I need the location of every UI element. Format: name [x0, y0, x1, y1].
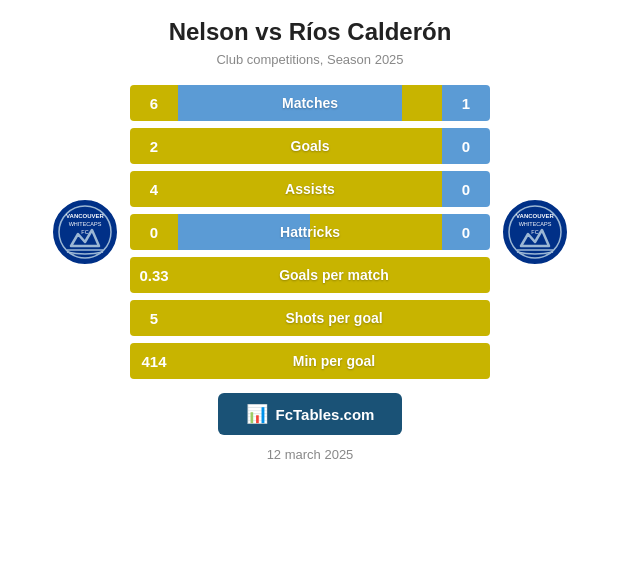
stat-bar-bg: Goals	[178, 128, 442, 164]
svg-text:FC: FC	[81, 229, 88, 235]
stat-row-hattricks: 0Hattricks0	[130, 214, 490, 250]
stat-left-val: 5	[130, 300, 178, 336]
stat-bar-bg: Hattricks	[178, 214, 442, 250]
team-logo-right: VANCOUVER WHITECAPS FC	[501, 198, 569, 266]
stat-left-val: 4	[130, 171, 178, 207]
page-container: Nelson vs Ríos Calderón Club competition…	[0, 0, 620, 580]
page-subtitle: Club competitions, Season 2025	[216, 52, 403, 67]
stat-bar-bg: Min per goal	[178, 343, 490, 379]
stat-bar-bg: Goals per match	[178, 257, 490, 293]
stat-bar-bg: Assists	[178, 171, 442, 207]
svg-text:FC: FC	[531, 229, 538, 235]
stat-right-val: 0	[442, 214, 490, 250]
stat-row-min-per-goal: 414Min per goal	[130, 343, 490, 379]
page-title: Nelson vs Ríos Calderón	[169, 18, 452, 46]
logo-right: VANCOUVER WHITECAPS FC	[490, 198, 580, 266]
stat-left-val: 414	[130, 343, 178, 379]
logo-left: VANCOUVER WHITECAPS FC	[40, 198, 130, 266]
fctables-text: FcTables.com	[276, 406, 375, 423]
stat-label: Shots per goal	[178, 310, 490, 326]
stat-label: Assists	[178, 181, 442, 197]
date-footer: 12 march 2025	[267, 447, 354, 462]
stat-row-matches: 6Matches1	[130, 85, 490, 121]
stat-label: Hattricks	[178, 224, 442, 240]
stat-right-val: 0	[442, 171, 490, 207]
main-section: VANCOUVER WHITECAPS FC 6Matches12Goals04…	[10, 85, 610, 379]
stat-row-assists: 4Assists0	[130, 171, 490, 207]
stat-row-goals-per-match: 0.33Goals per match	[130, 257, 490, 293]
stats-column: 6Matches12Goals04Assists00Hattricks00.33…	[130, 85, 490, 379]
fctables-badge: 📊 FcTables.com	[218, 393, 403, 435]
stat-label: Goals	[178, 138, 442, 154]
fctables-icon: 📊	[246, 403, 268, 425]
stat-row-goals: 2Goals0	[130, 128, 490, 164]
stat-label: Matches	[178, 95, 442, 111]
svg-text:VANCOUVER: VANCOUVER	[516, 213, 555, 219]
stat-right-val: 0	[442, 128, 490, 164]
stat-right-val: 1	[442, 85, 490, 121]
stat-label: Min per goal	[178, 353, 490, 369]
stat-left-val: 0.33	[130, 257, 178, 293]
stat-left-val: 0	[130, 214, 178, 250]
svg-text:VANCOUVER: VANCOUVER	[66, 213, 105, 219]
stat-bar-bg: Shots per goal	[178, 300, 490, 336]
stat-left-val: 2	[130, 128, 178, 164]
svg-text:WHITECAPS: WHITECAPS	[69, 221, 102, 227]
stat-bar-bg: Matches	[178, 85, 442, 121]
stat-label: Goals per match	[178, 267, 490, 283]
team-logo-left: VANCOUVER WHITECAPS FC	[51, 198, 119, 266]
stat-row-shots-per-goal: 5Shots per goal	[130, 300, 490, 336]
svg-text:WHITECAPS: WHITECAPS	[519, 221, 552, 227]
stat-left-val: 6	[130, 85, 178, 121]
